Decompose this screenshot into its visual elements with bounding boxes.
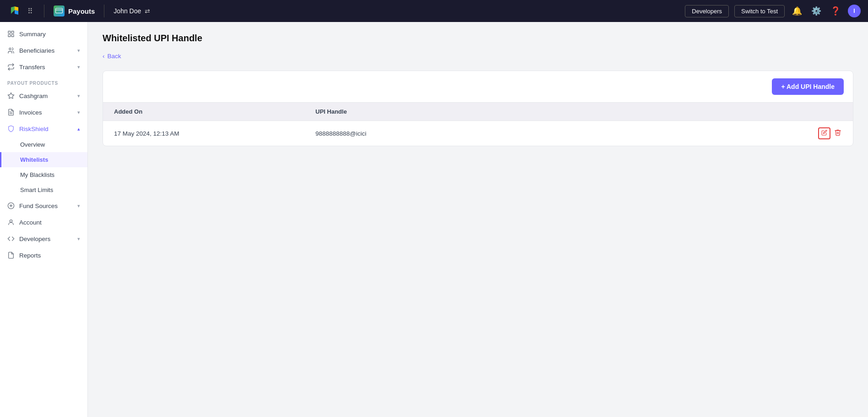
table-row: 17 May 2024, 12:13 AM 9888888888@icici bbox=[103, 121, 853, 146]
sidebar-cashgram-label: Cashgram bbox=[19, 93, 73, 99]
top-navigation: ⠿ Payouts John Doe ⇄ Developers Switch t… bbox=[0, 0, 868, 22]
sidebar-riskshield-label: RiskShield bbox=[19, 126, 73, 132]
chevron-down-icon: ▾ bbox=[77, 236, 80, 242]
sidebar-subitem-smart-limits[interactable]: Smart Limits bbox=[0, 182, 87, 198]
column-added-on: Added On bbox=[103, 103, 304, 121]
sidebar-item-cashgram[interactable]: Cashgram ▾ bbox=[0, 88, 87, 104]
users-icon bbox=[7, 47, 15, 54]
shield-icon bbox=[7, 125, 15, 132]
brand-label: Payouts bbox=[68, 7, 95, 15]
delete-button[interactable] bbox=[834, 129, 841, 138]
developers-button[interactable]: Developers bbox=[685, 5, 729, 17]
content-card: + Add UPI Handle Added On UPI Handle 17 … bbox=[103, 71, 853, 146]
edit-icon bbox=[821, 130, 827, 136]
developers-icon bbox=[7, 235, 15, 242]
chevron-left-icon: ‹ bbox=[103, 53, 105, 60]
column-upi-handle: UPI Handle bbox=[304, 103, 807, 121]
sidebar-invoices-label: Invoices bbox=[19, 109, 73, 116]
page-title: Whitelisted UPI Handle bbox=[103, 33, 853, 44]
user-section: John Doe ⇄ bbox=[114, 7, 150, 15]
sidebar-item-invoices[interactable]: Invoices ▾ bbox=[0, 104, 87, 121]
sidebar-item-developers[interactable]: Developers ▾ bbox=[0, 230, 87, 247]
sidebar-account-label: Account bbox=[19, 219, 80, 226]
help-icon[interactable]: ❓ bbox=[829, 4, 842, 18]
sidebar-subitem-whitelists[interactable]: Whitelists bbox=[0, 152, 87, 167]
sidebar-item-transfers[interactable]: Transfers ▾ bbox=[0, 59, 87, 75]
chevron-down-icon: ▾ bbox=[77, 110, 80, 115]
sidebar-item-account[interactable]: Account bbox=[0, 214, 87, 230]
action-buttons bbox=[818, 127, 842, 139]
account-icon bbox=[7, 219, 15, 226]
reports-icon bbox=[7, 252, 15, 259]
cell-added-on: 17 May 2024, 12:13 AM bbox=[103, 124, 304, 143]
grid-icon bbox=[7, 30, 15, 38]
sidebar-item-riskshield[interactable]: RiskShield ▴ bbox=[0, 121, 87, 137]
main-content: Whitelisted UPI Handle ‹ Back + Add UPI … bbox=[88, 22, 868, 417]
app-logo bbox=[7, 4, 22, 18]
sidebar: Summary Beneficiaries ▾ Transfers ▾ PAYO… bbox=[0, 22, 88, 417]
sidebar-fund-sources-label: Fund Sources bbox=[19, 203, 73, 209]
my-blacklists-label: My Blacklists bbox=[20, 171, 54, 178]
svg-point-2 bbox=[57, 11, 58, 12]
smart-limits-label: Smart Limits bbox=[20, 187, 53, 193]
edit-button[interactable] bbox=[818, 127, 830, 139]
sidebar-beneficiaries-label: Beneficiaries bbox=[19, 47, 73, 54]
user-name: John Doe bbox=[114, 7, 141, 15]
settings-icon[interactable]: ⚙️ bbox=[809, 4, 823, 18]
sidebar-item-reports[interactable]: Reports bbox=[0, 247, 87, 263]
chevron-down-icon: ▾ bbox=[77, 93, 80, 99]
sidebar-developers-label: Developers bbox=[19, 236, 73, 242]
sidebar-subitem-my-blacklists[interactable]: My Blacklists bbox=[0, 167, 87, 182]
nav-divider2 bbox=[104, 5, 104, 17]
back-label: Back bbox=[108, 53, 121, 60]
payout-products-section: PAYOUT PRODUCTS bbox=[0, 75, 87, 88]
sidebar-item-beneficiaries[interactable]: Beneficiaries ▾ bbox=[0, 42, 87, 59]
switch-to-test-button[interactable]: Switch to Test bbox=[734, 5, 785, 17]
chevron-down-icon: ▾ bbox=[77, 48, 80, 54]
svg-rect-3 bbox=[8, 31, 11, 33]
cashgram-icon bbox=[7, 92, 15, 99]
notifications-icon[interactable]: 🔔 bbox=[790, 4, 804, 18]
svg-rect-5 bbox=[8, 34, 11, 37]
switch-icon[interactable]: ⇄ bbox=[145, 7, 150, 15]
cell-actions bbox=[807, 121, 853, 146]
fund-sources-icon bbox=[7, 202, 15, 209]
sidebar-item-fund-sources[interactable]: Fund Sources ▾ bbox=[0, 198, 87, 214]
add-upi-handle-button[interactable]: + Add UPI Handle bbox=[772, 78, 844, 95]
transfer-icon bbox=[7, 63, 15, 71]
chevron-down-icon: ▾ bbox=[77, 203, 80, 209]
svg-rect-6 bbox=[11, 34, 14, 37]
sidebar-item-summary[interactable]: Summary bbox=[0, 26, 87, 42]
whitelists-label: Whitelists bbox=[20, 156, 48, 163]
trash-icon bbox=[834, 129, 841, 136]
sidebar-transfers-label: Transfers bbox=[19, 64, 73, 71]
payouts-icon bbox=[54, 5, 65, 16]
overview-label: Overview bbox=[20, 141, 45, 148]
svg-point-14 bbox=[10, 220, 12, 222]
column-actions bbox=[807, 103, 853, 121]
grid-icon[interactable]: ⠿ bbox=[27, 7, 33, 16]
chevron-down-icon: ▾ bbox=[77, 64, 80, 70]
svg-marker-8 bbox=[8, 93, 14, 99]
svg-rect-4 bbox=[11, 31, 14, 33]
back-link[interactable]: ‹ Back bbox=[103, 53, 853, 60]
table-header: Added On UPI Handle bbox=[103, 102, 853, 121]
avatar[interactable]: I bbox=[848, 5, 861, 17]
svg-rect-1 bbox=[56, 8, 63, 13]
sidebar-summary-label: Summary bbox=[19, 31, 80, 38]
chevron-up-icon: ▴ bbox=[77, 126, 80, 132]
invoice-icon bbox=[7, 109, 15, 116]
card-toolbar: + Add UPI Handle bbox=[103, 71, 853, 102]
svg-point-7 bbox=[9, 48, 11, 50]
sidebar-reports-label: Reports bbox=[19, 252, 80, 259]
nav-divider bbox=[44, 5, 44, 17]
cell-upi-handle: 9888888888@icici bbox=[304, 124, 807, 143]
brand-section: Payouts bbox=[54, 5, 95, 16]
sidebar-subitem-overview[interactable]: Overview bbox=[0, 137, 87, 152]
